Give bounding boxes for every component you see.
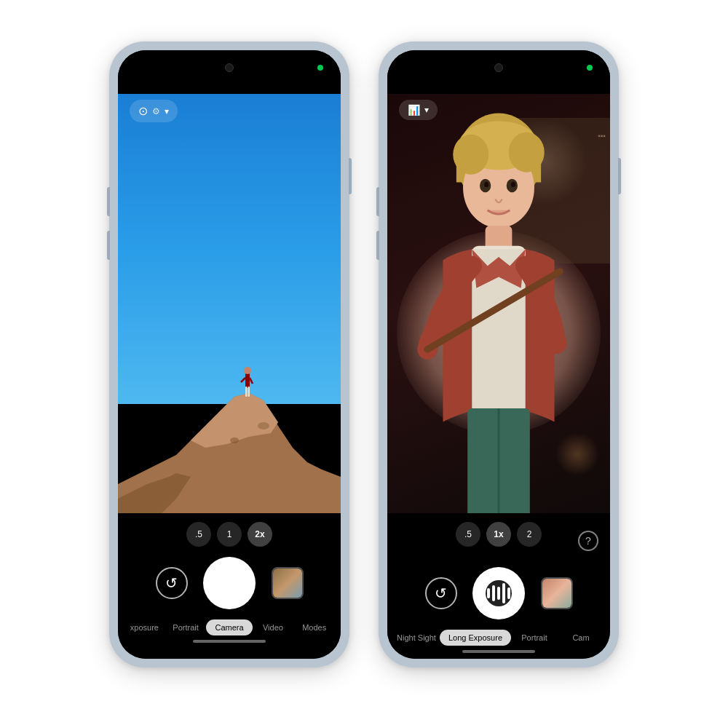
camera-settings-icon: ⚙ <box>152 106 160 116</box>
long-exposure-shutter-icon <box>486 580 512 606</box>
zoom-controls-2: .5 1x 2 <box>456 522 542 547</box>
camera-top-controls-2: 📊 ▾ <box>387 100 610 120</box>
rock-svg <box>118 94 341 571</box>
volume-up-button[interactable] <box>107 187 110 216</box>
phone-screen-1: ⊙ ⚙ ▾ <box>118 50 341 659</box>
stripe-5 <box>507 587 510 599</box>
svg-rect-6 <box>245 387 248 397</box>
power-button-2[interactable] <box>618 158 621 194</box>
phone-camera: ⊙ ⚙ ▾ <box>109 41 349 668</box>
flip-icon-1: ↺ <box>165 574 178 592</box>
help-button[interactable]: ? <box>578 531 598 551</box>
rotate-btn-side-1: ↺ <box>140 567 203 599</box>
mode-tab-camera[interactable]: Camera <box>206 619 252 635</box>
portrait-person-container <box>387 94 610 571</box>
chevron-down-icon-1: ▾ <box>165 106 169 116</box>
viewfinder-1 <box>118 94 341 571</box>
front-camera-1 <box>225 63 234 72</box>
camera-icon-1: ⊙ <box>138 104 148 118</box>
mode-tab-modes[interactable]: Modes <box>293 620 335 635</box>
mode-tab-video[interactable]: Video <box>253 620 294 635</box>
person-figure <box>241 367 253 397</box>
zoom-2x-button[interactable]: 2x <box>248 522 272 547</box>
home-indicator-1 <box>193 640 266 643</box>
portrait-scene: ▪▪▪ <box>387 94 610 571</box>
flip-camera-button-1[interactable]: ↺ <box>156 567 188 599</box>
zoom-2x-button-2[interactable]: 2 <box>517 522 542 547</box>
zoom-1x-button-2[interactable]: 1x <box>486 522 511 547</box>
mode-tabs-1: xposure Portrait Camera Video Modes <box>118 619 341 635</box>
exposure-icon-2: 📊 <box>408 104 420 116</box>
camera-mode-selector-2[interactable]: 📊 ▾ <box>399 100 438 120</box>
rotate-btn-side-2: ↺ <box>409 577 472 609</box>
phone-frame-1: ⊙ ⚙ ▾ <box>109 41 349 668</box>
phone-frame-2: 📊 ▾ <box>379 41 619 668</box>
gallery-image-1 <box>273 569 302 598</box>
svg-point-15 <box>453 135 488 175</box>
stripe-3 <box>497 587 500 600</box>
volume-down-button[interactable] <box>107 231 110 260</box>
svg-rect-7 <box>248 387 250 397</box>
gallery-thumbnail-1[interactable] <box>272 567 304 599</box>
le-stripes <box>487 583 510 603</box>
gallery-image-2 <box>542 579 571 608</box>
volume-up-button-2[interactable] <box>376 187 379 216</box>
stripe-2 <box>492 585 495 601</box>
camera-top-controls-1: ⊙ ⚙ ▾ <box>118 100 341 122</box>
question-icon: ? <box>585 535 591 547</box>
top-bar-2 <box>387 50 610 94</box>
phone-screen-2: 📊 ▾ <box>387 50 610 659</box>
viewfinder-2: ▪▪▪ <box>387 94 610 571</box>
mode-tab-long-exposure[interactable]: Long Exposure <box>440 630 511 646</box>
top-bar-1 <box>118 50 341 94</box>
svg-point-8 <box>244 367 251 374</box>
mode-tab-night-sight[interactable]: Night Sight <box>393 630 440 645</box>
zoom-row-2: .5 1x 2 ? <box>387 522 610 557</box>
shutter-button-long-exposure[interactable] <box>472 567 525 619</box>
zoom-0-5-button[interactable]: .5 <box>186 522 211 547</box>
portrait-svg <box>387 94 610 571</box>
mode-tab-cam[interactable]: Cam <box>558 630 604 645</box>
shutter-button-1[interactable] <box>203 557 256 609</box>
shutter-row-1: ↺ <box>118 557 341 609</box>
shutter-row-2: ↺ <box>387 567 610 619</box>
gallery-thumb-side-1 <box>256 567 319 599</box>
front-camera-2 <box>494 63 503 72</box>
status-dot-2 <box>587 65 593 71</box>
camera-mode-selector-1[interactable]: ⊙ ⚙ ▾ <box>130 100 178 122</box>
stripe-4 <box>502 583 505 603</box>
svg-point-4 <box>230 437 239 443</box>
zoom-1x-button[interactable]: 1 <box>217 522 242 547</box>
gallery-thumbnail-2[interactable] <box>541 577 573 609</box>
svg-line-10 <box>250 378 253 384</box>
status-dot-1 <box>317 65 323 71</box>
svg-line-9 <box>241 378 245 382</box>
svg-point-3 <box>258 422 269 429</box>
volume-down-button-2[interactable] <box>376 231 379 260</box>
building-lights: ▪▪▪ <box>598 132 606 140</box>
svg-point-20 <box>511 182 515 188</box>
chevron-down-icon-2: ▾ <box>424 105 429 115</box>
stripe-1 <box>487 588 490 598</box>
flip-icon-2: ↺ <box>435 585 447 602</box>
landscape-scene <box>118 94 341 571</box>
home-indicator-2 <box>462 650 535 653</box>
svg-rect-5 <box>245 373 250 388</box>
zoom-controls-1: .5 1 2x <box>186 522 272 547</box>
camera-bottom-1: .5 1 2x ↺ <box>118 513 341 659</box>
flip-camera-button-2[interactable]: ↺ <box>425 577 457 609</box>
mode-tabs-2: Night Sight Long Exposure Portrait Cam <box>387 630 610 646</box>
svg-point-19 <box>484 182 488 188</box>
gallery-thumb-side-2 <box>525 577 588 609</box>
phone-long-exposure: 📊 ▾ <box>379 41 619 668</box>
power-button[interactable] <box>349 158 352 194</box>
mode-tab-portrait-2[interactable]: Portrait <box>511 630 558 645</box>
zoom-0-5-button-2[interactable]: .5 <box>456 522 480 547</box>
mode-tab-portrait-1[interactable]: Portrait <box>165 620 207 635</box>
mode-tab-exposure[interactable]: xposure <box>124 620 165 635</box>
svg-point-16 <box>509 132 545 173</box>
camera-bottom-2: .5 1x 2 ? ↺ <box>387 513 610 659</box>
